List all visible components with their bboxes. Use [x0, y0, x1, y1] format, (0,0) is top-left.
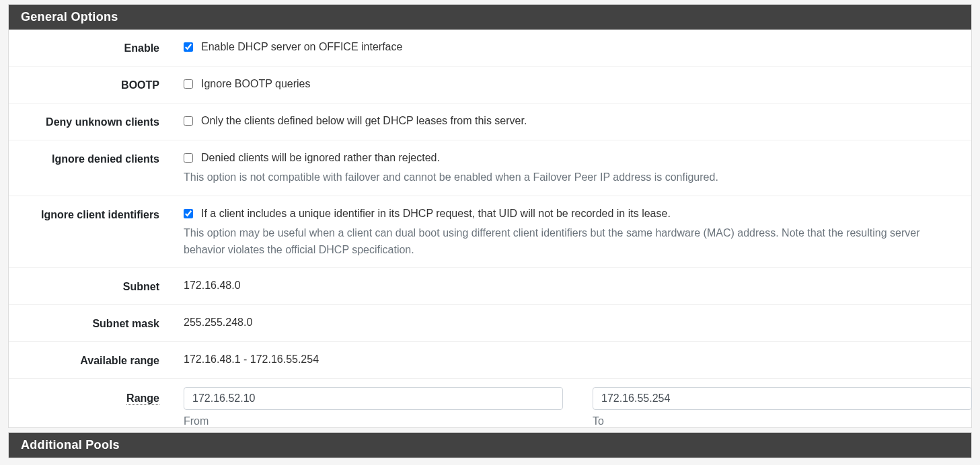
general-options-heading: General Options [9, 5, 971, 30]
label-enable: Enable [9, 41, 169, 54]
label-range: Range [9, 387, 169, 427]
row-range: Range From To [9, 379, 971, 427]
label-ignore-denied: Ignore denied clients [9, 152, 169, 186]
additional-pools-heading: Additional Pools [9, 433, 971, 458]
row-subnet-mask: Subnet mask 255.255.248.0 [9, 305, 971, 342]
ignore-client-ids-check-text: If a client includes a unique identifier… [201, 208, 671, 220]
enable-check-wrapper[interactable]: Enable DHCP server on OFFICE interface [184, 41, 958, 53]
bootp-check-text: Ignore BOOTP queries [201, 78, 310, 90]
ignore-denied-help: This option is not compatible with failo… [184, 169, 958, 186]
ignore-denied-check-wrapper[interactable]: Denied clients will be ignored rather th… [184, 152, 958, 164]
label-subnet: Subnet [9, 280, 169, 293]
general-options-panel: General Options Enable Enable DHCP serve… [8, 4, 972, 428]
row-deny-unknown: Deny unknown clients Only the clients de… [9, 103, 971, 140]
range-to-input[interactable] [593, 387, 972, 410]
row-ignore-denied: Ignore denied clients Denied clients wil… [9, 140, 971, 196]
deny-unknown-check-wrapper[interactable]: Only the clients defined below will get … [184, 115, 958, 127]
label-bootp: BOOTP [9, 78, 169, 91]
additional-pools-panel: Additional Pools [8, 432, 972, 458]
label-deny-unknown: Deny unknown clients [9, 115, 169, 128]
label-subnet-mask: Subnet mask [9, 316, 169, 330]
row-available-range: Available range 172.16.48.1 - 172.16.55.… [9, 342, 971, 379]
label-available-range: Available range [9, 353, 169, 367]
ignore-client-ids-checkbox[interactable] [184, 209, 193, 218]
bootp-check-wrapper[interactable]: Ignore BOOTP queries [184, 78, 958, 90]
available-range-value: 172.16.48.1 - 172.16.55.254 [184, 353, 319, 365]
range-from-input[interactable] [184, 387, 563, 410]
label-ignore-client-ids: Ignore client identifiers [9, 208, 169, 259]
deny-unknown-check-text: Only the clients defined below will get … [201, 115, 527, 127]
subnet-value: 172.16.48.0 [184, 280, 241, 291]
range-from-sublabel: From [184, 415, 563, 427]
subnet-mask-value: 255.255.248.0 [184, 316, 252, 328]
ignore-client-ids-help: This option may be useful when a client … [184, 225, 958, 259]
row-ignore-client-ids: Ignore client identifiers If a client in… [9, 196, 971, 269]
row-bootp: BOOTP Ignore BOOTP queries [9, 67, 971, 103]
enable-check-text: Enable DHCP server on OFFICE interface [201, 41, 402, 53]
ignore-client-ids-check-wrapper[interactable]: If a client includes a unique identifier… [184, 208, 958, 220]
ignore-denied-check-text: Denied clients will be ignored rather th… [201, 152, 440, 164]
row-subnet: Subnet 172.16.48.0 [9, 268, 971, 305]
row-enable: Enable Enable DHCP server on OFFICE inte… [9, 30, 971, 67]
range-to-sublabel: To [593, 415, 972, 427]
ignore-denied-checkbox[interactable] [184, 153, 193, 163]
enable-checkbox[interactable] [184, 42, 193, 52]
bootp-checkbox[interactable] [184, 79, 193, 89]
deny-unknown-checkbox[interactable] [184, 116, 193, 126]
